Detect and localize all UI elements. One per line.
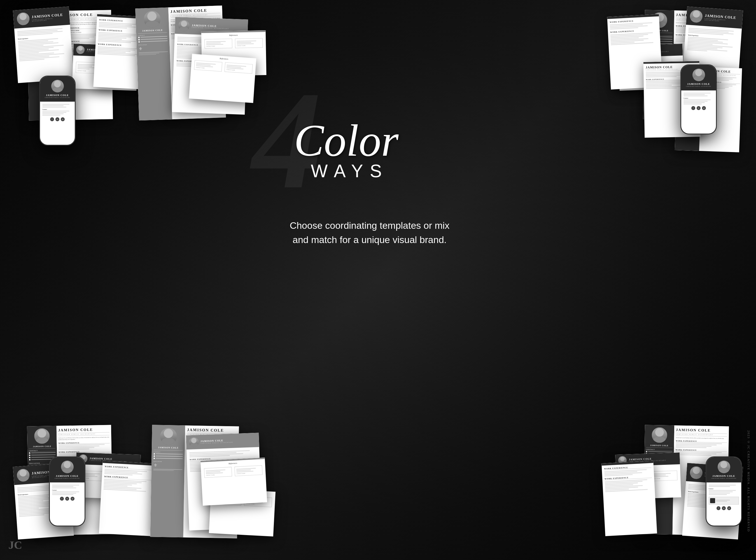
resume-card-bc-ref2: References CONTACT NAME CONTACT NAME <box>200 458 267 506</box>
phone-mockup-tl: JAMISON COLE CERTIFIED PUBLIC ACCOUNTANT… <box>39 76 76 146</box>
script-color-text: Color <box>294 120 398 161</box>
phone-mockup-br: JAMISON COLE CERTIFIED PUBLIC ACCOUNTANT… <box>705 456 742 526</box>
resume-card-br-exp: Work Experience Work Experience <box>601 461 657 536</box>
phone-mockup-tr: JAMISON COLE CERTIFIED PUBLIC ACCOUNTANT… <box>680 64 717 134</box>
resume-card-tl-cover: JAMISON COLE CERTIFIED PUBLIC ACCOUNTANT… <box>13 6 74 83</box>
resume-card-tc-ref: References CONTACT NAME CONTACT NAME <box>189 54 257 103</box>
color-ways-script: Color WAYS <box>294 120 398 181</box>
phone-mockup-bl: JAMISON COLE CERTIFIED PUBLIC ACCOUNTANT… <box>49 456 85 526</box>
watermark-text: 2023 © JC CREATIVE MEDIA. ALL RIGHTS RES… <box>747 431 750 532</box>
resume-card-bl-exp: Work Experience Work Experience <box>99 461 154 536</box>
description-text: Choose coordinating templates or mix and… <box>269 218 471 247</box>
jc-logo: JC <box>8 538 22 552</box>
